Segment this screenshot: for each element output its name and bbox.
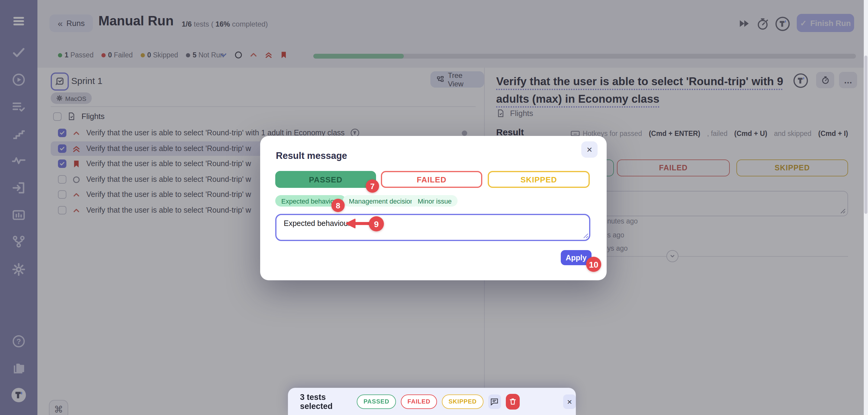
bulk-close-button[interactable]: × — [563, 394, 576, 409]
modal-skipped-button[interactable]: SKIPPED — [488, 171, 590, 188]
tag-minor-issue[interactable]: Minor issue — [412, 195, 458, 207]
resize-handle[interactable] — [583, 233, 589, 239]
bulk-comment-button[interactable] — [488, 394, 501, 409]
bulk-passed-button[interactable]: PASSED — [357, 394, 396, 409]
annotation-badge-9: 9 — [369, 216, 384, 231]
tag-management-decision[interactable]: Management decision — [343, 195, 420, 207]
result-message-modal: Result message × PASSED FAILED SKIPPED E… — [260, 136, 607, 280]
scrollbar-thumb[interactable] — [864, 56, 867, 214]
modal-failed-button[interactable]: FAILED — [381, 171, 482, 188]
bulk-skipped-button[interactable]: SKIPPED — [442, 394, 483, 409]
bulk-actions-bar: 3 tests selected PASSED FAILED SKIPPED × — [288, 388, 576, 415]
bulk-failed-button[interactable]: FAILED — [401, 394, 437, 409]
close-icon: × — [567, 396, 572, 406]
annotation-badge-7: 7 — [366, 179, 379, 193]
annotation-badge-8: 8 — [331, 199, 345, 212]
app-window: ? « Runs Manual Run 1/6 tests ( 16% comp… — [0, 0, 868, 415]
window-scrollbar[interactable] — [864, 0, 868, 415]
modal-passed-button[interactable]: PASSED — [275, 171, 376, 188]
modal-title: Result message — [276, 150, 347, 161]
annotation-arrow-icon — [342, 218, 373, 229]
result-message-textarea[interactable]: Expected behaviour — [275, 214, 590, 241]
modal-close-button[interactable]: × — [581, 141, 597, 158]
close-icon: × — [587, 144, 592, 155]
annotation-badge-10: 10 — [586, 257, 601, 272]
selected-count-label: 3 tests selected — [300, 392, 351, 411]
bulk-delete-button[interactable] — [505, 393, 520, 409]
